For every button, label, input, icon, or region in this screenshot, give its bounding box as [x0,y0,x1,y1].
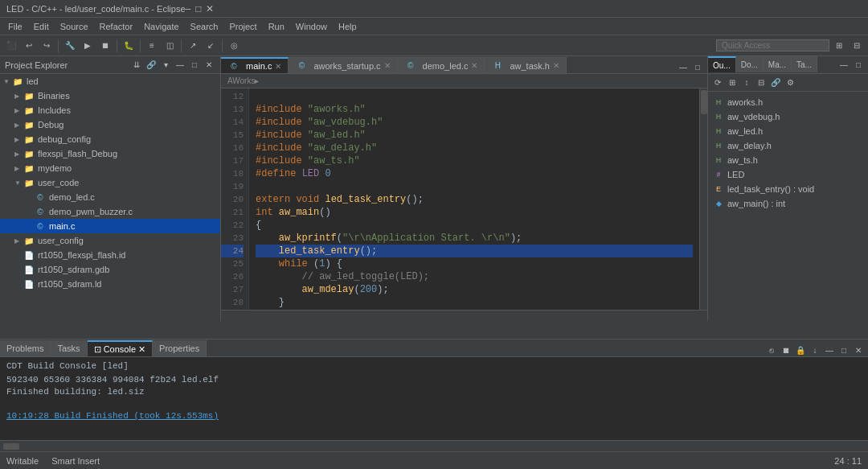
outline-item-aw-main[interactable]: ◆ aw_main() : int [708,196,868,211]
right-panel-minimize-btn[interactable]: — [837,59,850,72]
toolbar-btn-5[interactable]: ▶ [80,38,96,54]
right-tab-ma[interactable]: Ma... [764,56,792,72]
tab-close-aw-task-h[interactable]: ✕ [553,61,559,70]
tab-aw-task-h[interactable]: H aw_task.h ✕ [485,57,567,73]
close-panel-btn[interactable]: ✕ [203,59,215,72]
panel-menu-btn[interactable]: ▾ [159,59,172,72]
build-finished-link[interactable]: 10:19:28 Build Finished (took 12s.553ms) [6,411,219,421]
outline-btn-3[interactable]: ↕ [740,76,753,89]
maximize-panel-btn[interactable]: □ [188,59,201,72]
quick-access-input[interactable] [716,39,829,51]
tab-close-main-c[interactable]: ✕ [275,62,281,71]
menu-run[interactable]: Run [264,20,289,33]
menu-refactor[interactable]: Refactor [95,20,138,33]
outline-btn-6[interactable]: ⚙ [784,76,796,89]
console-stop-btn[interactable]: ⏹ [780,344,792,356]
menu-window[interactable]: Window [291,20,332,33]
tree-item-demo-pwm[interactable]: © demo_pwm_buzzer.c [0,204,220,219]
tab-close-aworks-startup[interactable]: ✕ [384,61,391,70]
outline-item-aw-delay-h[interactable]: H aw_delay.h [708,138,868,153]
toolbar-view-btn-1[interactable]: ⊞ [831,38,847,54]
tab-close-demo-led-c[interactable]: ✕ [471,61,477,70]
right-tab-outline[interactable]: Ou... [708,56,736,72]
console-close-btn[interactable]: ✕ [852,344,865,356]
tab-aworks-startup[interactable]: © aworks_startup.c ✕ [289,57,397,73]
code-content[interactable]: #include "aworks.h" #include "aw_vdebug.… [249,88,699,310]
console-scroll-end-btn[interactable]: ↓ [809,344,821,356]
outline-item-led-task-entry[interactable]: E led_task_entry() : void [708,182,868,196]
editor-hscroll[interactable] [221,310,707,321]
toolbar-btn-10[interactable]: ↗ [185,38,201,54]
tree-item-binaries[interactable]: ▶ 📁 Binaries [0,88,220,103]
console-scroll-lock-btn[interactable]: 🔒 [794,344,807,356]
bottom-tab-console[interactable]: ⊡ Console ✕ [88,340,153,356]
outline-btn-2[interactable]: ⊞ [726,76,739,89]
tree-item-flexspi[interactable]: ▶ 📁 flexspi_flash_Debug [0,146,220,161]
toolbar-btn-2[interactable]: ↩ [21,38,37,54]
outline-btn-4[interactable]: ⊟ [755,76,768,89]
tree-item-debug[interactable]: ▶ 📁 Debug [0,117,220,132]
status-position: 24 : 11 [834,456,862,466]
bottom-tab-properties[interactable]: Properties [153,340,207,356]
tab-demo-led-c[interactable]: © demo_led.c ✕ [398,57,485,73]
tree-item-mydemo[interactable]: ▶ 📁 mydemo [0,161,220,175]
toolbar-btn-9[interactable]: ◫ [162,38,178,54]
outline-item-aw-ts-h[interactable]: H aw_ts.h [708,153,868,167]
console-hscroll-thumb[interactable] [3,443,19,450]
editor-minimize-btn[interactable]: — [677,60,690,73]
toolbar-btn-8[interactable]: ≡ [144,38,160,54]
console-clear-btn[interactable]: ⎋ [765,344,778,356]
tree-item-led[interactable]: ▼ 📁 led [0,74,220,88]
menu-search[interactable]: Search [186,20,223,33]
editor-vscroll[interactable] [699,88,707,310]
outline-btn-5[interactable]: 🔗 [769,76,782,89]
vscroll-thumb[interactable] [701,90,707,114]
editor-maximize-btn[interactable]: □ [691,60,704,73]
tree-item-includes[interactable]: ▶ 📁 Includes [0,103,220,117]
console-maximize-btn[interactable]: □ [837,344,850,356]
tree-item-demo-led-c[interactable]: © demo_led.c [0,190,220,204]
menu-navigate[interactable]: Navigate [139,20,183,33]
tree-item-rt1050-flexspi[interactable]: 📄 rt1050_flexspi_flash.id [0,248,220,262]
code-line-20: extern void led_task_entry(); [256,193,693,206]
toolbar-btn-3[interactable]: ↪ [39,38,55,54]
tree-item-user-config[interactable]: ▶ 📁 user_config [0,233,220,248]
collapse-all-btn[interactable]: ⇊ [130,59,143,72]
code-area[interactable]: 12 13 14 15 16 17 18 19 20 21 22 23 24 2… [221,88,707,310]
outline-btn-1[interactable]: ⟳ [711,76,724,89]
outline-item-aworks-h[interactable]: H aworks.h [708,95,868,109]
right-tab-ta[interactable]: Ta... [792,56,817,72]
close-button[interactable]: ✕ [206,3,214,14]
link-editor-btn[interactable]: 🔗 [145,59,158,72]
toolbar-btn-1[interactable]: ⬛ [3,38,19,54]
tree-item-rt1050-sdram-ld[interactable]: 📄 rt1050_sdram.ld [0,277,220,291]
menu-project[interactable]: Project [224,20,261,33]
menu-file[interactable]: File [3,20,27,33]
toolbar-btn-6[interactable]: ⏹ [97,38,113,54]
outline-item-aw-vdebug-h[interactable]: H aw_vdebug.h [708,109,868,124]
console-minimize-btn[interactable]: — [823,344,836,356]
tab-main-c[interactable]: © main.c ✕ [221,57,289,73]
tree-item-rt1050-sdram-gdb[interactable]: 📄 rt1050_sdram.gdb [0,262,220,277]
minimize-panel-btn[interactable]: — [174,59,186,72]
console-hscroll[interactable] [0,440,868,451]
toolbar-btn-7[interactable]: 🐛 [121,38,137,54]
minimize-button[interactable]: – [186,3,191,14]
menu-source[interactable]: Source [55,20,93,33]
menu-help[interactable]: Help [334,20,362,33]
outline-item-aw-led-h[interactable]: H aw_led.h [708,124,868,138]
toolbar-view-btn-2[interactable]: ⊟ [849,38,865,54]
right-tab-do[interactable]: Do... [736,56,764,72]
toolbar-btn-4[interactable]: 🔧 [62,38,78,54]
bottom-tab-tasks[interactable]: Tasks [51,340,87,356]
toolbar-btn-12[interactable]: ◎ [226,38,242,54]
tree-item-main-c[interactable]: © main.c [0,219,220,233]
outline-item-led[interactable]: # LED [708,167,868,182]
menu-edit[interactable]: Edit [29,20,54,33]
right-panel-maximize-btn[interactable]: □ [852,59,865,72]
toolbar-btn-11[interactable]: ↙ [203,38,219,54]
tree-item-debug-config[interactable]: ▶ 📁 debug_config [0,132,220,146]
maximize-button[interactable]: □ [195,3,201,14]
bottom-tab-problems[interactable]: Problems [0,340,51,356]
tree-item-user-code[interactable]: ▼ 📁 user_code [0,175,220,190]
